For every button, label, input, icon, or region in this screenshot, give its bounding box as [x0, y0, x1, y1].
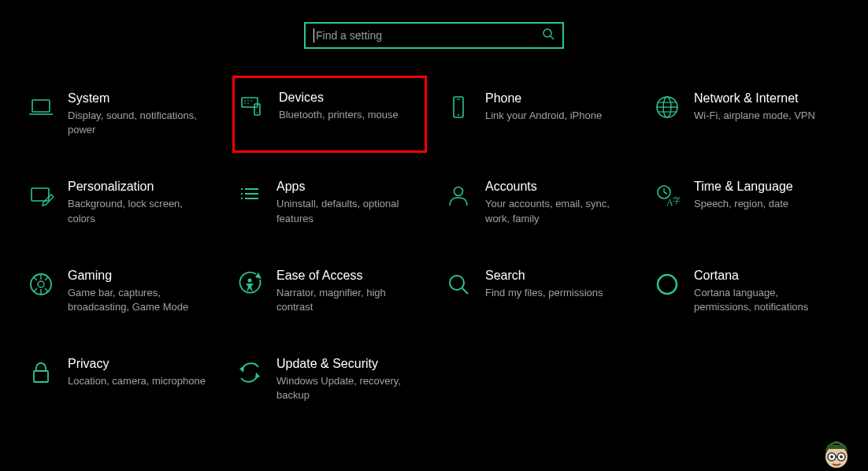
category-accounts[interactable]: AccountsYour accounts, email, sync, work…	[441, 176, 636, 228]
mascot-avatar	[816, 427, 857, 471]
category-gaming[interactable]: GamingGame bar, captures, broadcasting, …	[24, 265, 218, 317]
category-title: Ease of Access	[276, 269, 424, 283]
category-desc: Narrator, magnifier, high contrast	[276, 286, 414, 314]
category-desc: Find my files, permissions	[485, 286, 623, 300]
category-search[interactable]: SearchFind my files, permissions	[441, 265, 636, 317]
search-icon	[542, 28, 555, 43]
category-title: Accounts	[485, 180, 632, 194]
category-title: Network & Internet	[694, 91, 841, 106]
privacy-icon	[27, 358, 55, 387]
category-personalization[interactable]: PersonalizationBackground, lock screen, …	[24, 176, 218, 228]
update-icon	[236, 358, 264, 387]
category-desc: Uninstall, defaults, optional features	[276, 197, 414, 225]
category-cortana[interactable]: CortanaCortana language, permissions, no…	[650, 265, 844, 317]
category-title: Search	[485, 269, 632, 283]
phone-icon	[444, 93, 473, 121]
category-desc: Location, camera, microphone	[68, 374, 206, 388]
category-desc: Windows Update, recovery, backup	[276, 374, 414, 402]
category-desc: Background, lock screen, colors	[68, 197, 206, 225]
category-title: Cortana	[694, 269, 841, 283]
category-desc: Link your Android, iPhone	[485, 109, 623, 123]
category-desc: Display, sound, notifications, power	[68, 109, 206, 137]
search-box[interactable]	[304, 22, 564, 49]
category-time-language[interactable]: Time & LanguageSpeech, region, date	[650, 176, 844, 228]
category-desc: Wi-Fi, airplane mode, VPN	[694, 109, 832, 123]
category-network-internet[interactable]: Network & InternetWi-Fi, airplane mode, …	[650, 88, 844, 140]
ease-icon	[236, 270, 264, 299]
apps-icon	[236, 181, 264, 210]
globe-icon	[653, 93, 681, 121]
category-title: Privacy	[68, 357, 215, 371]
category-update-security[interactable]: Update & SecurityWindows Update, recover…	[232, 354, 427, 406]
category-desc: Cortana language, permissions, notificat…	[694, 286, 832, 314]
category-title: Time & Language	[694, 180, 841, 194]
category-title: Personalization	[68, 180, 215, 194]
category-title: System	[68, 91, 215, 106]
category-desc: Speech, region, date	[694, 197, 832, 211]
category-title: Update & Security	[276, 357, 424, 371]
personalization-icon	[27, 181, 55, 210]
svg-point-48	[840, 455, 843, 458]
svg-rect-44	[827, 445, 846, 449]
category-title: Devices	[279, 91, 421, 105]
category-system[interactable]: SystemDisplay, sound, notifications, pow…	[24, 88, 218, 140]
category-phone[interactable]: PhoneLink your Android, iPhone	[441, 88, 636, 140]
account-icon	[444, 181, 473, 210]
category-apps[interactable]: AppsUninstall, defaults, optional featur…	[232, 176, 427, 228]
cortana-icon	[653, 270, 681, 299]
time-lang-icon	[653, 181, 681, 210]
category-devices[interactable]: DevicesBluetooth, printers, mouse	[232, 76, 427, 153]
devices-icon	[238, 92, 266, 121]
category-ease-of-access[interactable]: Ease of AccessNarrator, magnifier, high …	[232, 265, 427, 317]
laptop-icon	[27, 93, 55, 121]
gaming-icon	[27, 270, 55, 299]
category-title: Apps	[276, 180, 424, 194]
category-title: Gaming	[68, 269, 215, 283]
settings-categories-grid: SystemDisplay, sound, notifications, pow…	[0, 49, 868, 406]
category-title: Phone	[485, 91, 632, 106]
category-desc: Game bar, captures, broadcasting, Game M…	[68, 286, 206, 314]
text-cursor	[313, 28, 314, 43]
category-privacy[interactable]: PrivacyLocation, camera, microphone	[24, 354, 218, 406]
svg-point-47	[830, 455, 833, 458]
search-input[interactable]	[316, 29, 542, 42]
search-icon	[444, 270, 473, 299]
category-desc: Bluetooth, printers, mouse	[279, 108, 417, 122]
category-desc: Your accounts, email, sync, work, family	[485, 197, 623, 225]
